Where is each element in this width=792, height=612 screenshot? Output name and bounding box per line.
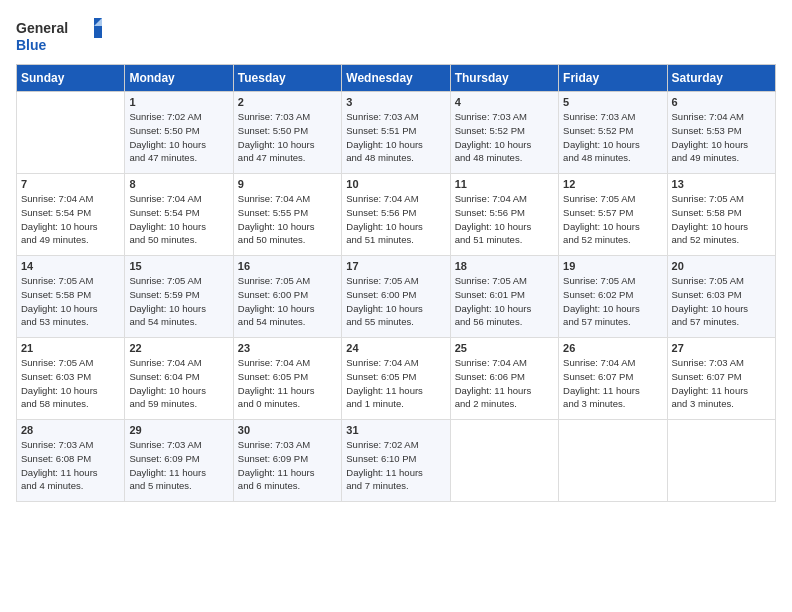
week-row-1: 1Sunrise: 7:02 AM Sunset: 5:50 PM Daylig… bbox=[17, 92, 776, 174]
day-info: Sunrise: 7:04 AM Sunset: 5:54 PM Dayligh… bbox=[21, 192, 120, 247]
day-info: Sunrise: 7:04 AM Sunset: 6:06 PM Dayligh… bbox=[455, 356, 554, 411]
weekday-thursday: Thursday bbox=[450, 65, 558, 92]
calendar-cell: 18Sunrise: 7:05 AM Sunset: 6:01 PM Dayli… bbox=[450, 256, 558, 338]
day-info: Sunrise: 7:05 AM Sunset: 5:57 PM Dayligh… bbox=[563, 192, 662, 247]
calendar-cell bbox=[17, 92, 125, 174]
day-info: Sunrise: 7:04 AM Sunset: 6:07 PM Dayligh… bbox=[563, 356, 662, 411]
day-info: Sunrise: 7:02 AM Sunset: 6:10 PM Dayligh… bbox=[346, 438, 445, 493]
calendar-cell: 4Sunrise: 7:03 AM Sunset: 5:52 PM Daylig… bbox=[450, 92, 558, 174]
day-info: Sunrise: 7:04 AM Sunset: 6:04 PM Dayligh… bbox=[129, 356, 228, 411]
svg-text:Blue: Blue bbox=[16, 37, 47, 53]
day-info: Sunrise: 7:05 AM Sunset: 5:58 PM Dayligh… bbox=[672, 192, 771, 247]
day-number: 2 bbox=[238, 96, 337, 108]
calendar-cell: 25Sunrise: 7:04 AM Sunset: 6:06 PM Dayli… bbox=[450, 338, 558, 420]
day-info: Sunrise: 7:03 AM Sunset: 5:51 PM Dayligh… bbox=[346, 110, 445, 165]
calendar-cell: 27Sunrise: 7:03 AM Sunset: 6:07 PM Dayli… bbox=[667, 338, 775, 420]
day-info: Sunrise: 7:03 AM Sunset: 6:09 PM Dayligh… bbox=[129, 438, 228, 493]
day-number: 12 bbox=[563, 178, 662, 190]
calendar-cell: 10Sunrise: 7:04 AM Sunset: 5:56 PM Dayli… bbox=[342, 174, 450, 256]
calendar-cell: 24Sunrise: 7:04 AM Sunset: 6:05 PM Dayli… bbox=[342, 338, 450, 420]
day-number: 22 bbox=[129, 342, 228, 354]
calendar-cell: 1Sunrise: 7:02 AM Sunset: 5:50 PM Daylig… bbox=[125, 92, 233, 174]
weekday-friday: Friday bbox=[559, 65, 667, 92]
calendar-cell: 21Sunrise: 7:05 AM Sunset: 6:03 PM Dayli… bbox=[17, 338, 125, 420]
day-number: 11 bbox=[455, 178, 554, 190]
day-number: 31 bbox=[346, 424, 445, 436]
week-row-4: 21Sunrise: 7:05 AM Sunset: 6:03 PM Dayli… bbox=[17, 338, 776, 420]
day-number: 18 bbox=[455, 260, 554, 272]
day-number: 6 bbox=[672, 96, 771, 108]
day-number: 7 bbox=[21, 178, 120, 190]
day-info: Sunrise: 7:03 AM Sunset: 6:09 PM Dayligh… bbox=[238, 438, 337, 493]
day-number: 1 bbox=[129, 96, 228, 108]
calendar-cell: 31Sunrise: 7:02 AM Sunset: 6:10 PM Dayli… bbox=[342, 420, 450, 502]
day-number: 28 bbox=[21, 424, 120, 436]
day-number: 10 bbox=[346, 178, 445, 190]
day-info: Sunrise: 7:05 AM Sunset: 6:02 PM Dayligh… bbox=[563, 274, 662, 329]
calendar-cell: 28Sunrise: 7:03 AM Sunset: 6:08 PM Dayli… bbox=[17, 420, 125, 502]
calendar-cell: 29Sunrise: 7:03 AM Sunset: 6:09 PM Dayli… bbox=[125, 420, 233, 502]
day-number: 17 bbox=[346, 260, 445, 272]
day-number: 14 bbox=[21, 260, 120, 272]
day-info: Sunrise: 7:04 AM Sunset: 5:56 PM Dayligh… bbox=[346, 192, 445, 247]
weekday-sunday: Sunday bbox=[17, 65, 125, 92]
calendar-cell: 16Sunrise: 7:05 AM Sunset: 6:00 PM Dayli… bbox=[233, 256, 341, 338]
calendar-cell: 23Sunrise: 7:04 AM Sunset: 6:05 PM Dayli… bbox=[233, 338, 341, 420]
calendar-table: SundayMondayTuesdayWednesdayThursdayFrid… bbox=[16, 64, 776, 502]
calendar-cell: 6Sunrise: 7:04 AM Sunset: 5:53 PM Daylig… bbox=[667, 92, 775, 174]
day-info: Sunrise: 7:04 AM Sunset: 5:55 PM Dayligh… bbox=[238, 192, 337, 247]
weekday-wednesday: Wednesday bbox=[342, 65, 450, 92]
calendar-cell: 13Sunrise: 7:05 AM Sunset: 5:58 PM Dayli… bbox=[667, 174, 775, 256]
logo: General Blue bbox=[16, 16, 106, 56]
day-info: Sunrise: 7:03 AM Sunset: 6:07 PM Dayligh… bbox=[672, 356, 771, 411]
day-info: Sunrise: 7:04 AM Sunset: 5:56 PM Dayligh… bbox=[455, 192, 554, 247]
weekday-tuesday: Tuesday bbox=[233, 65, 341, 92]
calendar-cell bbox=[667, 420, 775, 502]
day-number: 26 bbox=[563, 342, 662, 354]
week-row-5: 28Sunrise: 7:03 AM Sunset: 6:08 PM Dayli… bbox=[17, 420, 776, 502]
day-info: Sunrise: 7:05 AM Sunset: 6:03 PM Dayligh… bbox=[21, 356, 120, 411]
day-number: 20 bbox=[672, 260, 771, 272]
day-info: Sunrise: 7:04 AM Sunset: 5:54 PM Dayligh… bbox=[129, 192, 228, 247]
calendar-cell: 14Sunrise: 7:05 AM Sunset: 5:58 PM Dayli… bbox=[17, 256, 125, 338]
week-row-3: 14Sunrise: 7:05 AM Sunset: 5:58 PM Dayli… bbox=[17, 256, 776, 338]
weekday-header-row: SundayMondayTuesdayWednesdayThursdayFrid… bbox=[17, 65, 776, 92]
day-info: Sunrise: 7:04 AM Sunset: 5:53 PM Dayligh… bbox=[672, 110, 771, 165]
day-number: 8 bbox=[129, 178, 228, 190]
day-number: 15 bbox=[129, 260, 228, 272]
day-info: Sunrise: 7:05 AM Sunset: 6:00 PM Dayligh… bbox=[238, 274, 337, 329]
calendar-cell: 7Sunrise: 7:04 AM Sunset: 5:54 PM Daylig… bbox=[17, 174, 125, 256]
day-number: 16 bbox=[238, 260, 337, 272]
calendar-cell: 3Sunrise: 7:03 AM Sunset: 5:51 PM Daylig… bbox=[342, 92, 450, 174]
day-number: 5 bbox=[563, 96, 662, 108]
day-number: 24 bbox=[346, 342, 445, 354]
week-row-2: 7Sunrise: 7:04 AM Sunset: 5:54 PM Daylig… bbox=[17, 174, 776, 256]
day-number: 19 bbox=[563, 260, 662, 272]
calendar-cell bbox=[450, 420, 558, 502]
day-info: Sunrise: 7:05 AM Sunset: 5:59 PM Dayligh… bbox=[129, 274, 228, 329]
page-header: General Blue bbox=[16, 16, 776, 56]
day-number: 9 bbox=[238, 178, 337, 190]
day-number: 25 bbox=[455, 342, 554, 354]
day-info: Sunrise: 7:02 AM Sunset: 5:50 PM Dayligh… bbox=[129, 110, 228, 165]
day-info: Sunrise: 7:05 AM Sunset: 6:00 PM Dayligh… bbox=[346, 274, 445, 329]
day-number: 13 bbox=[672, 178, 771, 190]
day-info: Sunrise: 7:04 AM Sunset: 6:05 PM Dayligh… bbox=[346, 356, 445, 411]
day-info: Sunrise: 7:05 AM Sunset: 6:03 PM Dayligh… bbox=[672, 274, 771, 329]
svg-text:General: General bbox=[16, 20, 68, 36]
calendar-cell: 2Sunrise: 7:03 AM Sunset: 5:50 PM Daylig… bbox=[233, 92, 341, 174]
day-info: Sunrise: 7:05 AM Sunset: 6:01 PM Dayligh… bbox=[455, 274, 554, 329]
day-number: 30 bbox=[238, 424, 337, 436]
day-number: 4 bbox=[455, 96, 554, 108]
calendar-cell: 19Sunrise: 7:05 AM Sunset: 6:02 PM Dayli… bbox=[559, 256, 667, 338]
calendar-cell bbox=[559, 420, 667, 502]
calendar-cell: 8Sunrise: 7:04 AM Sunset: 5:54 PM Daylig… bbox=[125, 174, 233, 256]
day-info: Sunrise: 7:03 AM Sunset: 5:50 PM Dayligh… bbox=[238, 110, 337, 165]
day-info: Sunrise: 7:03 AM Sunset: 5:52 PM Dayligh… bbox=[563, 110, 662, 165]
day-info: Sunrise: 7:03 AM Sunset: 6:08 PM Dayligh… bbox=[21, 438, 120, 493]
day-number: 27 bbox=[672, 342, 771, 354]
day-info: Sunrise: 7:05 AM Sunset: 5:58 PM Dayligh… bbox=[21, 274, 120, 329]
weekday-monday: Monday bbox=[125, 65, 233, 92]
day-info: Sunrise: 7:04 AM Sunset: 6:05 PM Dayligh… bbox=[238, 356, 337, 411]
calendar-cell: 22Sunrise: 7:04 AM Sunset: 6:04 PM Dayli… bbox=[125, 338, 233, 420]
